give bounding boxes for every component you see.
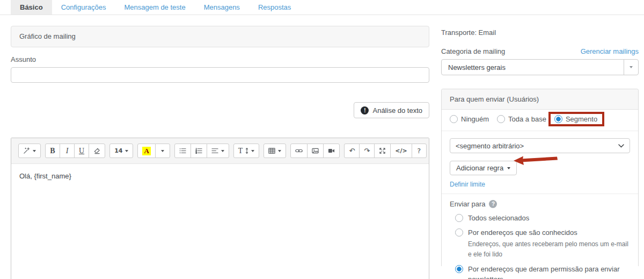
up-down-arrow-icon xyxy=(245,147,248,154)
font-color-button[interactable]: A xyxy=(137,144,155,158)
mailing-chart-panel-header[interactable]: Gráfico de mailing xyxy=(11,26,429,47)
annotation-arrow xyxy=(513,155,558,168)
code-view-button[interactable]: </> xyxy=(390,144,412,158)
select-caret-box[interactable] xyxy=(624,60,638,75)
subject-input[interactable] xyxy=(11,67,429,83)
editor-content[interactable]: Olá, {first_name} xyxy=(11,164,429,271)
table-button[interactable] xyxy=(264,144,286,158)
numbered-list-icon xyxy=(195,147,202,154)
subject-label: Assunto xyxy=(11,55,429,63)
insert-video-button[interactable] xyxy=(323,144,340,158)
table-icon xyxy=(268,147,275,154)
tab-configuracoes[interactable]: Configurações xyxy=(52,0,115,15)
mailing-editor-page: Básico Configurações Mensagem de teste M… xyxy=(0,0,644,279)
bold-button[interactable]: B xyxy=(45,144,60,158)
style-magic-button[interactable] xyxy=(18,144,41,158)
category-select[interactable]: Newsletters gerais xyxy=(441,59,639,75)
ninguem-radio[interactable] xyxy=(450,115,458,123)
tab-respostas[interactable]: Respostas xyxy=(249,0,300,15)
enderecos-conhecidos-radio[interactable] xyxy=(455,228,463,237)
audience-option-segmento[interactable]: Segmento xyxy=(554,115,597,123)
send-option-subtext: Endereços, que antes receberam pelo meno… xyxy=(468,239,630,261)
toda-a-base-radio[interactable] xyxy=(497,115,505,123)
magic-wand-icon xyxy=(23,147,30,154)
insert-image-button[interactable] xyxy=(307,144,324,158)
underline-button[interactable]: U xyxy=(74,144,89,158)
tab-mensagem-de-teste[interactable]: Mensagem de teste xyxy=(115,0,194,15)
caret-down-icon xyxy=(630,66,633,68)
chevron-down-icon xyxy=(618,144,624,148)
help-icon[interactable]: ? xyxy=(489,200,497,208)
send-option-todos-selecionados[interactable]: Todos selecionados xyxy=(455,213,630,224)
send-to-section: Enviar para ? Todos selecionados Por end… xyxy=(442,194,638,279)
editor-toolbar: B I U 14 A xyxy=(11,138,429,164)
eraser-icon xyxy=(93,147,100,154)
italic-button[interactable]: I xyxy=(60,144,75,158)
tab-mensagens[interactable]: Mensagens xyxy=(195,0,249,15)
send-option-enderecos-conhecidos[interactable]: Por endereços que são conhecidos xyxy=(455,228,630,238)
manage-mailings-link[interactable]: Gerenciar mailings xyxy=(581,47,639,55)
segment-select-value: <segmento arbitrário> xyxy=(456,142,524,150)
caret-down-icon xyxy=(507,167,510,169)
segment-select[interactable]: <segmento arbitrário> xyxy=(450,138,630,153)
text-analysis-button[interactable]: ! Análise do texto xyxy=(354,102,429,118)
audience-option-ninguem[interactable]: Ninguém xyxy=(450,115,489,123)
fullscreen-arrows-icon xyxy=(379,147,386,154)
analyze-row: ! Análise do texto xyxy=(11,102,429,118)
todos-selecionados-radio[interactable] xyxy=(455,214,463,222)
tab-basico[interactable]: Básico xyxy=(11,0,52,15)
font-size-button[interactable]: 14 xyxy=(109,144,133,158)
line-height-button[interactable]: T xyxy=(233,144,260,158)
exclamation-circle-icon: ! xyxy=(361,106,369,115)
link-icon xyxy=(295,147,303,154)
text-analysis-label: Análise do texto xyxy=(372,106,422,115)
clear-format-button[interactable] xyxy=(89,144,105,158)
recipients-panel: Para quem enviar (Usuários) Ninguém Toda… xyxy=(441,89,639,266)
fullscreen-button[interactable] xyxy=(374,144,391,158)
main-column: Gráfico de mailing Assunto ! Análise do … xyxy=(11,15,429,279)
permissao-newsletters-radio[interactable] xyxy=(455,265,463,273)
bullet-list-icon xyxy=(179,147,186,154)
font-color-icon: A xyxy=(142,147,150,155)
redo-button[interactable]: ↷ xyxy=(359,144,375,158)
add-rule-button[interactable]: Adicionar regra xyxy=(450,161,517,175)
audience-radio-group: Ninguém Toda a base Segmento xyxy=(442,110,638,131)
align-left-icon xyxy=(211,147,218,154)
audience-option-toda-a-base[interactable]: Toda a base xyxy=(497,115,546,123)
tab-bar: Básico Configurações Mensagem de teste M… xyxy=(0,0,644,15)
segmento-radio[interactable] xyxy=(554,115,562,123)
font-color-caret-button[interactable] xyxy=(155,144,170,158)
insert-link-button[interactable] xyxy=(290,144,308,158)
category-select-value: Newsletters gerais xyxy=(448,63,506,71)
transport-label: Transporte: Email xyxy=(441,28,639,37)
settings-column: Transporte: Email Categoria de mailing G… xyxy=(441,15,639,266)
define-limit-link[interactable]: Definir limite xyxy=(450,181,485,188)
unordered-list-button[interactable] xyxy=(174,144,191,158)
paragraph-align-button[interactable] xyxy=(207,144,229,158)
ordered-list-button[interactable] xyxy=(191,144,207,158)
segment-section: <segmento arbitrário> Adicionar regra De… xyxy=(442,131,638,194)
category-label: Categoria de mailing xyxy=(441,47,505,55)
editor-help-button[interactable]: ? xyxy=(412,144,427,158)
recipients-panel-title: Para quem enviar (Usuários) xyxy=(442,89,638,110)
send-to-label: Enviar para xyxy=(450,200,485,208)
undo-button[interactable]: ↶ xyxy=(344,144,360,158)
send-option-permissao-newsletters[interactable]: Por endereços que deram permissão para e… xyxy=(455,264,630,279)
image-icon xyxy=(312,147,319,154)
video-icon xyxy=(328,147,335,154)
rich-text-editor: B I U 14 A xyxy=(11,138,429,279)
